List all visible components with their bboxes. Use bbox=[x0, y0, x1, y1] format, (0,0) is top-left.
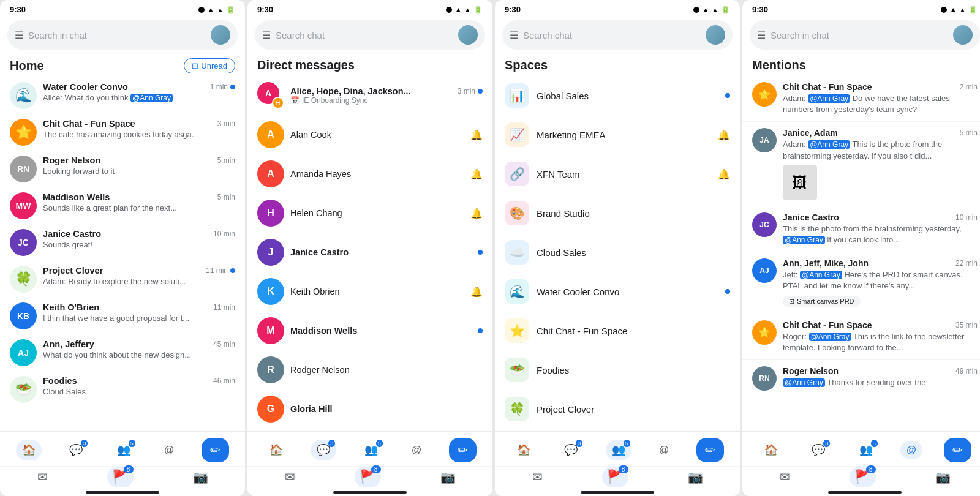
nav-dm-2[interactable]: 💬 3 bbox=[311, 440, 336, 460]
bell-icon-alan[interactable]: 🔔 bbox=[470, 129, 483, 141]
screen-dm: 9:30 ▲ ▲ 🔋 ☰ Search chat Direct messages… bbox=[247, 0, 492, 496]
dm-item-rodger[interactable]: R Rodger Nelson bbox=[247, 350, 492, 389]
dm-item-amanda[interactable]: A Amanda Hayes 🔔 bbox=[247, 154, 492, 194]
tab-mail-3[interactable]: ✉ bbox=[527, 467, 548, 487]
tab-chat-1[interactable]: 🚩 8 bbox=[107, 467, 134, 487]
nav-mentions-4[interactable]: @ bbox=[900, 441, 922, 459]
unread-button[interactable]: ⊡ Unread bbox=[184, 58, 235, 73]
search-input-3[interactable]: Search chat bbox=[523, 30, 701, 40]
space-item-cloud-sales[interactable]: ☁️ Cloud Sales bbox=[495, 233, 740, 272]
compose-fab-2[interactable]: ✏ bbox=[449, 438, 477, 462]
bell-icon-keith[interactable]: 🔔 bbox=[470, 286, 483, 298]
wifi-icon-4: ▲ bbox=[949, 6, 957, 14]
nav-spaces-1[interactable]: 👥 5 bbox=[111, 440, 137, 460]
dm-item-keith-dm[interactable]: K Keith Obrien 🔔 bbox=[247, 272, 492, 311]
dm-item-maddison-dm[interactable]: M Maddison Wells bbox=[247, 311, 492, 350]
nav-mentions-1[interactable]: @ bbox=[158, 441, 180, 459]
compose-fab-4[interactable]: ✏ bbox=[944, 438, 971, 462]
nav-home-4[interactable]: 🏠 bbox=[758, 440, 784, 460]
hamburger-icon-4[interactable]: ☰ bbox=[757, 29, 766, 41]
mention-item-ann-jeff[interactable]: AJ Ann, Jeff, Mike, John 22 min Jeff: @A… bbox=[742, 252, 980, 314]
bell-icon-helen[interactable]: 🔔 bbox=[470, 208, 483, 219]
tab-mail-2[interactable]: ✉ bbox=[280, 467, 300, 487]
space-item-water-cooler[interactable]: 🌊 Water Cooler Convo bbox=[495, 272, 740, 311]
mention-item-chitchat-35[interactable]: ⭐ Chit Chat - Fun Space 35 min Roger: @A… bbox=[742, 314, 980, 360]
space-item-project-clover-s[interactable]: 🍀 Project Clover bbox=[495, 389, 740, 429]
tab-chat-3[interactable]: 🚩 8 bbox=[602, 467, 628, 487]
search-bar-4[interactable]: ☰ Search in chat bbox=[750, 20, 980, 50]
nav-spaces-3[interactable]: 👥 5 bbox=[606, 440, 631, 460]
attachment-chip-ann-jeff[interactable]: ⊡ Smart canvas PRD bbox=[783, 296, 861, 307]
search-input-4[interactable]: Search in chat bbox=[771, 30, 948, 40]
chat-item-janice[interactable]: JC Janice Castro 10 min Sounds great! bbox=[0, 224, 245, 261]
dm-item-alan[interactable]: A Alan Cook 🔔 bbox=[247, 115, 492, 154]
search-input-1[interactable]: Search in chat bbox=[28, 30, 206, 40]
hamburger-icon-1[interactable]: ☰ bbox=[15, 29, 23, 41]
bell-icon-amanda[interactable]: 🔔 bbox=[470, 168, 483, 180]
search-bar-3[interactable]: ☰ Search chat bbox=[502, 20, 733, 50]
chat-item-foodies[interactable]: 🥗 Foodies 46 min Cloud Sales bbox=[0, 371, 245, 408]
space-item-marketing[interactable]: 📈 Marketing EMEA 🔔 bbox=[495, 115, 740, 154]
user-avatar-4[interactable] bbox=[953, 25, 973, 45]
space-icon-cloud-sales: ☁️ bbox=[505, 240, 529, 265]
mention-name-ann-jeff: Ann, Jeff, Mike, John bbox=[783, 258, 869, 268]
space-item-foodies-s[interactable]: 🥗 Foodies bbox=[495, 350, 740, 389]
chat-item-water-cooler[interactable]: 🌊 Water Cooler Convo 1 min Alice: What d… bbox=[0, 77, 245, 114]
space-item-global-sales[interactable]: 📊 Global Sales bbox=[495, 76, 740, 115]
mention-item-janice-castro[interactable]: JC Janice Castro 10 min This is the phot… bbox=[742, 206, 980, 252]
chat-item-project-clover[interactable]: 🍀 Project Clover 11 min Adam: Ready to e… bbox=[0, 261, 245, 298]
compose-fab-3[interactable]: ✏ bbox=[696, 438, 724, 462]
space-item-brand-studio[interactable]: 🎨 Brand Studio bbox=[495, 194, 740, 233]
chat-item-maddison[interactable]: MW Maddison Wells 5 min Sounds like a gr… bbox=[0, 187, 245, 224]
nav-home-1[interactable]: 🏠 bbox=[16, 440, 42, 460]
search-bar-2[interactable]: ☰ Search chat bbox=[255, 20, 485, 50]
nav-spaces-2[interactable]: 👥 5 bbox=[358, 440, 384, 460]
tab-video-4[interactable]: 📷 bbox=[930, 467, 956, 487]
tab-mail-4[interactable]: ✉ bbox=[775, 467, 795, 487]
dm-badge-1: 3 bbox=[81, 440, 88, 447]
dm-item-gloria[interactable]: G Gloria Hill bbox=[247, 389, 492, 429]
tab-video-3[interactable]: 📷 bbox=[683, 467, 708, 487]
chat-item-roger[interactable]: RN Roger Nelson 5 min Looking forward to… bbox=[0, 151, 245, 187]
hamburger-icon-2[interactable]: ☰ bbox=[262, 29, 271, 41]
search-input-2[interactable]: Search chat bbox=[276, 30, 453, 40]
mention-item-roger-nelson[interactable]: RN Roger Nelson 49 min @Ann Gray Thanks … bbox=[742, 360, 980, 397]
battery-icon-3: 🔋 bbox=[721, 6, 730, 14]
dm-item-janice-dm[interactable]: J Janice Castro bbox=[247, 233, 492, 272]
search-bar-1[interactable]: ☰ Search in chat bbox=[7, 20, 238, 50]
top-nav-bar-2: 🏠 💬 3 👥 5 @ ✏ bbox=[247, 437, 492, 467]
nav-dm-3[interactable]: 💬 3 bbox=[558, 440, 584, 460]
chat-item-ann-jeffery[interactable]: AJ Ann, Jeffery 45 min What do you think… bbox=[0, 334, 245, 371]
tab-mail-1[interactable]: ✉ bbox=[32, 467, 53, 487]
nav-dm-1[interactable]: 💬 3 bbox=[63, 440, 89, 460]
chat-badge-1: 8 bbox=[124, 465, 134, 473]
nav-mentions-2[interactable]: @ bbox=[405, 441, 428, 459]
dm-item-alice-group[interactable]: A H Alice, Hope, Dina, Jackson... 3 min … bbox=[247, 76, 492, 115]
tab-chat-4[interactable]: 🚩 8 bbox=[850, 467, 876, 487]
mention-item-janice-adam[interactable]: JA Janice, Adam 5 min Adam: @Ann Gray Th… bbox=[742, 122, 980, 206]
bottom-nav-3: 🏠 💬 3 👥 5 @ ✏ ✉ 🚩 8 bbox=[495, 431, 740, 496]
tab-video-1[interactable]: 📷 bbox=[188, 467, 213, 487]
dm-item-helen[interactable]: H Helen Chang 🔔 bbox=[247, 194, 492, 233]
nav-spaces-4[interactable]: 👥 5 bbox=[853, 440, 879, 460]
user-avatar-2[interactable] bbox=[458, 25, 478, 45]
nav-home-2[interactable]: 🏠 bbox=[263, 440, 289, 460]
space-item-chit-chat[interactable]: ⭐ Chit Chat - Fun Space bbox=[495, 311, 740, 350]
tab-video-2[interactable]: 📷 bbox=[435, 467, 461, 487]
chat-item-keith[interactable]: KB Keith O'Brien 11 min I thin that we h… bbox=[0, 298, 245, 334]
bell-icon-marketing[interactable]: 🔔 bbox=[718, 129, 730, 141]
spaces-badge-2: 5 bbox=[376, 440, 383, 447]
nav-dm-4[interactable]: 💬 3 bbox=[805, 440, 831, 460]
nav-home-3[interactable]: 🏠 bbox=[511, 440, 537, 460]
tab-chat-2[interactable]: 🚩 8 bbox=[355, 467, 381, 487]
user-avatar-3[interactable] bbox=[706, 25, 725, 45]
chat-item-chitchat[interactable]: ⭐ Chit Chat - Fun Space 3 min The cafe h… bbox=[0, 114, 245, 151]
compose-fab-1[interactable]: ✏ bbox=[202, 438, 229, 462]
mention-item-chitchat[interactable]: ⭐ Chit Chat - Fun Space 2 min Adam: @Ann… bbox=[742, 76, 980, 122]
video-icon-2: 📷 bbox=[440, 470, 456, 484]
bell-icon-xfn[interactable]: 🔔 bbox=[718, 168, 730, 180]
hamburger-icon-3[interactable]: ☰ bbox=[510, 29, 518, 41]
space-item-xfn[interactable]: 🔗 XFN Team 🔔 bbox=[495, 154, 740, 194]
user-avatar-1[interactable] bbox=[211, 25, 230, 45]
nav-mentions-3[interactable]: @ bbox=[653, 441, 675, 459]
